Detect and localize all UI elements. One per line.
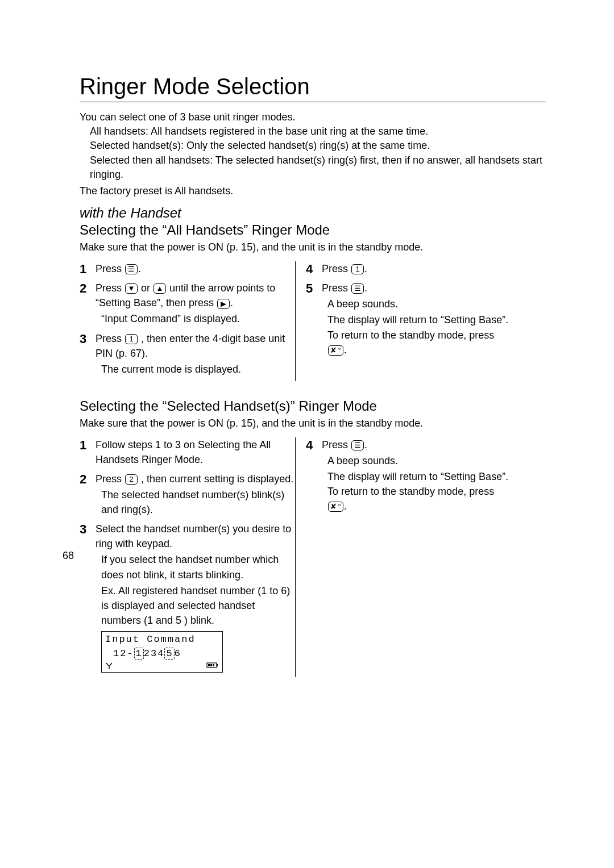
period: .	[364, 282, 367, 294]
step: 4 Press ☰. A beep sounds. The display wi…	[316, 437, 512, 514]
period: .	[138, 263, 141, 274]
mode-row: Selected handset(s): Only the selected h…	[90, 139, 546, 153]
page-title: Ringer Mode Selection	[80, 74, 546, 99]
end-key-icon: ✘ °	[328, 502, 343, 512]
period: .	[364, 263, 367, 274]
step-number: 2	[80, 279, 86, 298]
steps-columns-2: 1 Follow steps 1 to 3 on Selecting the A…	[80, 437, 546, 677]
right-key-icon: ▶	[217, 299, 230, 309]
page-number: 68	[63, 550, 74, 562]
step: 5 Press ☰. A beep sounds. The display wi…	[316, 281, 512, 357]
title-rule	[80, 102, 546, 102]
mode-label: Selected then all handsets:	[90, 155, 213, 166]
mode-label: Selected handset(s):	[90, 140, 184, 151]
step: 1 Press ☰.	[90, 261, 295, 276]
step: 2 Press ▼ or ▲ until the arrow points to…	[90, 281, 295, 326]
intro-line: You can select one of 3 base unit ringer…	[80, 110, 546, 124]
period: .	[344, 344, 347, 356]
mode-row: All handsets: All handsets registered in…	[90, 124, 546, 139]
svg-rect-3	[210, 664, 212, 666]
period: .	[230, 297, 233, 308]
key-1-icon: 1	[351, 264, 364, 274]
step-subtext: The display will return to “Setting Base…	[327, 469, 512, 514]
lcd-line2: 12-123456	[105, 647, 219, 661]
step-subtext: The display will return to “Setting Base…	[327, 312, 512, 357]
lcd-display: Input Command 12-123456	[101, 631, 223, 673]
step-text: Press	[96, 282, 125, 294]
step-text: Press	[96, 473, 125, 485]
svg-rect-1	[217, 664, 218, 666]
step: 1 Follow steps 1 to 3 on Selecting the A…	[90, 437, 295, 467]
menu-key-icon: ☰	[351, 283, 364, 294]
mode-label: All handsets:	[90, 126, 148, 137]
period: .	[364, 439, 367, 450]
step-subtext: If you select the handset number which d…	[101, 552, 295, 582]
precondition: Make sure that the power is ON (p. 15), …	[80, 418, 546, 429]
key-1-icon: 1	[125, 334, 138, 344]
subtitle-selected-handsets: Selecting the “Selected Handset(s)” Ring…	[80, 398, 546, 414]
step: 2 Press 2 , then current setting is disp…	[90, 471, 295, 517]
factory-preset: The factory preset is All handsets.	[80, 184, 546, 198]
step-number: 3	[80, 520, 86, 539]
step-number: 4	[306, 436, 313, 454]
subtitle-all-handsets: Selecting the “All Handsets” Ringer Mode	[80, 222, 546, 238]
step-text: or	[141, 282, 153, 294]
precondition: Make sure that the power is ON (p. 15), …	[80, 241, 546, 253]
key-2-icon: 2	[125, 474, 138, 485]
lcd-mid: 234	[144, 648, 165, 659]
step-text: Press	[322, 282, 351, 294]
battery-icon	[206, 662, 219, 670]
step: 4 Press 1.	[316, 261, 512, 276]
step-number: 2	[80, 470, 86, 489]
svg-rect-4	[213, 664, 214, 666]
lcd-prefix: 12-	[113, 648, 134, 659]
svg-rect-2	[208, 664, 210, 666]
return-text: The display will return to “Setting Base…	[327, 314, 508, 340]
step-number: 1	[80, 436, 86, 454]
down-key-icon: ▼	[125, 283, 138, 294]
step-text: Press	[322, 263, 351, 274]
step: 3 Press 1 , then enter the 4-digit base …	[90, 331, 295, 377]
step-number: 3	[80, 330, 86, 348]
subtitle-handset: with the Handset	[80, 205, 546, 221]
step-number: 1	[80, 260, 86, 278]
menu-key-icon: ☰	[125, 264, 138, 274]
return-text: The display will return to “Setting Base…	[327, 471, 508, 497]
step-subtext: “Input Command” is displayed.	[101, 311, 295, 326]
step: 3 Select the handset number(s) you desir…	[90, 521, 295, 673]
lcd-end: 6	[175, 648, 181, 659]
menu-key-icon: ☰	[351, 440, 364, 450]
step-number: 5	[306, 279, 313, 298]
intro-block: You can select one of 3 base unit ringer…	[80, 110, 546, 198]
step-subtext: The current mode is displayed.	[101, 362, 295, 377]
step-subtext: A beep sounds.	[327, 453, 512, 468]
lcd-blink-5: 5	[164, 648, 174, 660]
step-text: Press	[96, 263, 125, 274]
period: .	[344, 500, 347, 512]
antenna-icon	[105, 662, 113, 670]
mode-row: Selected then all handsets: The selected…	[90, 153, 546, 182]
step-text: Press	[96, 333, 125, 344]
lcd-blink-1: 1	[134, 648, 144, 660]
step-number: 4	[306, 260, 313, 278]
step-text: Press	[322, 439, 351, 450]
up-key-icon: ▲	[154, 283, 166, 294]
step-text: Follow steps 1 to 3 on Selecting the All…	[96, 439, 271, 465]
end-key-icon: ✘ °	[328, 345, 343, 356]
step-text: Select the handset number(s) you desire …	[96, 523, 291, 549]
step-text: , then current setting is displayed.	[141, 473, 293, 485]
lcd-line1: Input Command	[105, 633, 219, 647]
mode-desc: Only the selected handset(s) ring(s) at …	[184, 140, 430, 151]
step-example: Ex. All registered handset number (1 to …	[101, 583, 295, 628]
step-subtext: A beep sounds.	[327, 297, 512, 311]
step-subtext: The selected handset number(s) blink(s) …	[101, 487, 295, 517]
steps-columns-1: 1 Press ☰. 2 Press ▼ or ▲ until the arro…	[80, 261, 546, 381]
mode-desc: All handsets registered in the base unit…	[148, 126, 428, 137]
